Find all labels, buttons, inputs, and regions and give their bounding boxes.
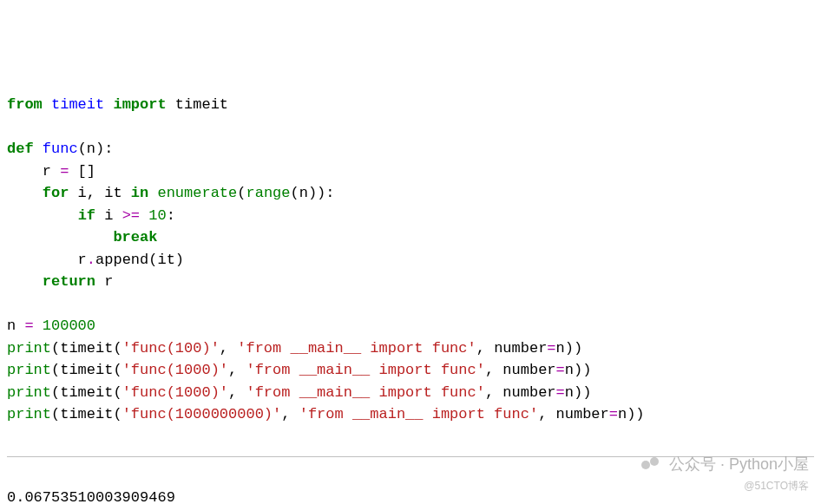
watermark-subtext: @51CTO博客 xyxy=(744,478,809,494)
code-block: from timeit import timeit def func(n): r… xyxy=(7,94,814,426)
sp xyxy=(140,207,148,224)
op-eq: = xyxy=(609,406,618,422)
close: )) xyxy=(565,340,582,357)
number: 10 xyxy=(148,207,166,224)
code-text: i xyxy=(95,207,122,224)
dot: . xyxy=(87,252,95,268)
param: n xyxy=(87,141,95,157)
comma: , xyxy=(228,362,246,378)
kw-def: def xyxy=(7,141,34,157)
code-text: n xyxy=(7,317,24,334)
comma: , xyxy=(538,406,555,422)
close: )) xyxy=(574,362,591,378)
wechat-icon xyxy=(641,455,664,475)
builtin-print: print xyxy=(7,384,51,401)
code-text: i, it xyxy=(69,185,130,201)
kw-from: from xyxy=(7,96,43,113)
code-text: (n)): xyxy=(291,185,335,201)
paren-close: ): xyxy=(95,141,113,157)
import-name: timeit xyxy=(175,96,228,113)
op-eq: = xyxy=(556,362,565,378)
paren: ( xyxy=(237,185,246,201)
close: )) xyxy=(627,406,644,422)
indent xyxy=(7,185,43,201)
comma: , xyxy=(485,384,502,401)
call-timeit: timeit xyxy=(60,340,113,357)
colon: : xyxy=(167,207,175,224)
comma: , xyxy=(228,384,246,401)
op-eq: = xyxy=(556,384,565,401)
code-text: append(it) xyxy=(95,252,184,268)
string: 'func(1000)' xyxy=(122,384,228,401)
watermark-text: 公众号 · Python小屋 xyxy=(669,453,809,476)
arg: n xyxy=(565,362,574,378)
kw-in: in xyxy=(131,185,148,201)
code-text: r xyxy=(7,163,60,180)
builtin-print: print xyxy=(7,340,51,357)
watermark: 公众号 · Python小屋 @51CTO博客 xyxy=(641,453,809,494)
kw-break: break xyxy=(113,229,157,245)
comma: , xyxy=(476,340,494,357)
comma: , xyxy=(281,406,299,422)
builtin-enumerate: enumerate xyxy=(157,185,237,201)
paren: ( xyxy=(113,384,122,401)
string: 'from __main__ import func' xyxy=(237,340,476,357)
sp xyxy=(34,317,43,334)
string: 'func(1000000000)' xyxy=(122,406,282,422)
op-eq: = xyxy=(24,317,33,334)
code-text: [] xyxy=(69,163,95,180)
output-line: 0.06753510003909469 xyxy=(7,489,175,505)
arg: n xyxy=(565,384,574,401)
kw-arg: number xyxy=(502,362,555,378)
paren: ( xyxy=(113,362,122,378)
sp xyxy=(148,185,157,201)
indent xyxy=(7,273,43,290)
paren: ( xyxy=(113,406,122,422)
builtin-print: print xyxy=(7,362,51,378)
kw-for: for xyxy=(43,185,69,201)
string: 'from __main__ import func' xyxy=(246,362,484,378)
string: 'func(1000)' xyxy=(122,362,228,378)
comma: , xyxy=(220,340,237,357)
comma: , xyxy=(485,362,502,378)
string: 'func(100)' xyxy=(122,340,220,357)
string: 'from __main__ import func' xyxy=(299,406,538,422)
builtin-range: range xyxy=(246,185,290,201)
indent xyxy=(7,229,113,245)
arg: n xyxy=(556,340,565,357)
op-eq: = xyxy=(547,340,555,357)
paren: ( xyxy=(51,340,60,357)
op-eq: = xyxy=(60,163,69,180)
paren: ( xyxy=(51,384,60,401)
arg: n xyxy=(618,406,627,422)
code-text: r xyxy=(95,273,113,290)
kw-arg: number xyxy=(556,406,609,422)
string: 'from __main__ import func' xyxy=(246,384,484,401)
indent xyxy=(7,207,78,224)
paren: ( xyxy=(51,406,60,422)
number: 100000 xyxy=(43,317,95,334)
module-name: timeit xyxy=(51,96,104,113)
call-timeit: timeit xyxy=(60,406,113,422)
close: )) xyxy=(574,384,591,401)
kw-if: if xyxy=(78,207,95,224)
paren: ( xyxy=(78,141,87,157)
kw-return: return xyxy=(43,273,95,290)
paren: ( xyxy=(113,340,122,357)
kw-arg: number xyxy=(502,384,555,401)
kw-arg: number xyxy=(494,340,547,357)
func-name: func xyxy=(43,141,78,157)
paren: ( xyxy=(51,362,60,378)
call-timeit: timeit xyxy=(60,362,113,378)
builtin-print: print xyxy=(7,406,51,422)
call-timeit: timeit xyxy=(60,384,113,401)
kw-import: import xyxy=(113,96,166,113)
code-text: r xyxy=(7,252,87,268)
op-ge: >= xyxy=(122,207,140,224)
